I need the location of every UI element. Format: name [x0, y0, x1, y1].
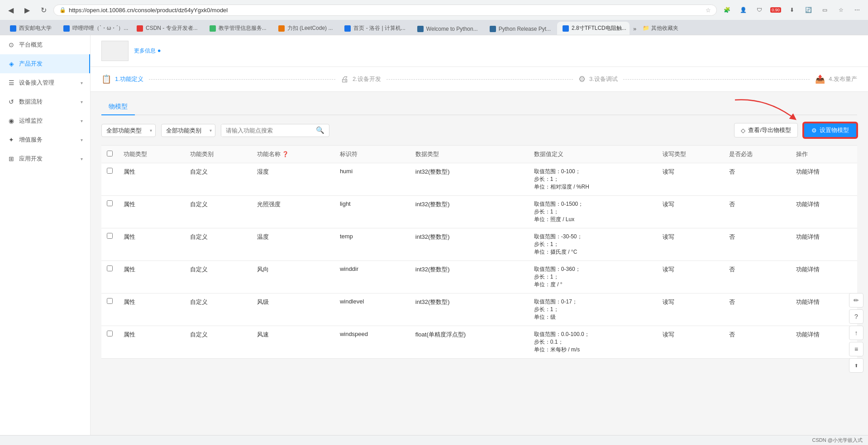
tab-tft-lcd[interactable]: 2.8寸TFTLCD电阻触... — [557, 22, 630, 35]
status-bar: CSDN @小光学嵌入式 — [0, 435, 868, 440]
tab-teach[interactable]: 教学管理信息服务... — [204, 22, 272, 35]
step3-label: 3.设备调试 — [589, 75, 618, 83]
row-checkbox[interactable] — [107, 200, 113, 206]
row-checkbox[interactable] — [107, 168, 113, 174]
row-func-category: 自定义 — [185, 163, 251, 196]
product-dev-icon: ◈ — [7, 60, 15, 67]
tab-label: 力扣 (LeetCode) ... — [287, 24, 333, 32]
row-data-type: int32(整数型) — [410, 163, 529, 196]
th-data-type: 数据类型 — [410, 146, 529, 163]
shield-button[interactable]: 🛡 — [753, 4, 766, 16]
table-row: 属性 自定义 风速 windspeed float(单精度浮点型) 取值范围：0… — [101, 326, 857, 359]
row-checkbox[interactable] — [107, 233, 113, 239]
th-action: 操作 — [791, 146, 857, 163]
scroll-up-float-button[interactable]: ↑ — [849, 326, 863, 340]
tab-luogu[interactable]: 首页 - 洛谷 | 计算机... — [339, 22, 410, 35]
select-all-checkbox[interactable] — [107, 151, 113, 156]
row-data-def: 取值范围：0-360； 步长：1； 单位：度 / ° — [529, 261, 657, 294]
row-checkbox[interactable] — [107, 298, 113, 304]
download-button[interactable]: ⬇ — [786, 4, 798, 16]
tab-bilibili[interactable]: 哔哩哔哩（`・ω・´）... — [58, 22, 130, 35]
row-required: 否 — [724, 261, 790, 294]
star-icon[interactable]: ☆ — [706, 7, 711, 14]
row-action[interactable]: 功能详情 — [791, 163, 857, 196]
sidebar-item-overview[interactable]: ⊙ 平台概览 — [0, 35, 90, 54]
tab-xiyou[interactable]: 西安邮电大学 — [5, 22, 57, 35]
row-action[interactable]: 功能详情 — [791, 294, 857, 326]
sidebar-item-ops-monitor[interactable]: ◉ 运维监控 ▾ — [0, 111, 90, 130]
back-button[interactable]: ◀ — [5, 4, 17, 16]
sidebar-button[interactable]: ▭ — [818, 4, 831, 16]
extensions-button[interactable]: 🧩 — [720, 4, 733, 16]
bookmarks-folder-button[interactable]: 📁 其他收藏夹 — [640, 22, 681, 35]
set-model-button[interactable]: ⚙ 设置物模型 — [803, 123, 857, 138]
forward-button[interactable]: ▶ — [21, 4, 33, 16]
bookmarks-button[interactable]: ☆ — [835, 4, 847, 16]
browser-toolbar: ◀ ▶ ↻ 🔒 ☆ 🧩 👤 🛡 0.90 ⬇ 🔄 ▭ ☆ ⋯ — [0, 0, 868, 20]
row-checkbox-cell — [101, 196, 118, 228]
chevron-icon: ▾ — [81, 99, 83, 104]
more-tabs-button[interactable]: » — [630, 23, 639, 35]
tab-python-release[interactable]: Python Release Pyt... — [484, 23, 556, 35]
row-checkbox[interactable] — [107, 331, 113, 336]
th-rw-type: 读写类型 — [657, 146, 724, 163]
row-func-name: 光照强度 — [252, 196, 334, 228]
row-action[interactable]: 功能详情 — [791, 326, 857, 359]
tab-label: 教学管理信息服务... — [219, 24, 267, 32]
sync-button[interactable]: 🔄 — [802, 4, 815, 16]
tab-csdn[interactable]: CSDN - 专业开发者... — [131, 22, 203, 35]
row-rw-type: 读写 — [657, 294, 724, 326]
address-input[interactable] — [69, 7, 703, 14]
step4-icon: 📤 — [815, 74, 825, 84]
sidebar-item-device-mgmt[interactable]: ☰ 设备接入管理 ▾ — [0, 73, 90, 92]
more-button[interactable]: ⋯ — [851, 4, 863, 16]
profile-button[interactable]: 👤 — [737, 4, 749, 16]
tab-favicon — [417, 26, 424, 32]
step-3-device-debug[interactable]: ⚙ 3.设备调试 — [578, 67, 618, 91]
info-bar-links: 更多信息 ● — [134, 47, 161, 55]
help-icon[interactable]: ❓ — [282, 151, 289, 157]
set-model-label: 设置物模型 — [820, 126, 849, 134]
sidebar: ⊙ 平台概览 ◈ 产品开发 ☰ 设备接入管理 ▾ ↺ 数据流转 ▾ ◉ 运维监控… — [0, 35, 91, 440]
row-action[interactable]: 功能详情 — [791, 228, 857, 261]
step-2-device-dev[interactable]: 🖨 2.设备开发 — [341, 67, 381, 91]
row-action[interactable]: 功能详情 — [791, 196, 857, 228]
sidebar-item-product-dev[interactable]: ◈ 产品开发 — [0, 54, 90, 73]
tab-python-welcome[interactable]: Welcome to Python... — [412, 23, 483, 35]
sidebar-item-app-dev[interactable]: ⊞ 应用开发 ▾ — [0, 149, 90, 168]
badge-button[interactable]: 0.90 — [769, 4, 782, 16]
sidebar-item-label: 运维监控 — [19, 117, 43, 125]
tab-thing-model[interactable]: 物模型 — [101, 99, 135, 115]
row-action[interactable]: 功能详情 — [791, 261, 857, 294]
step-4-publish[interactable]: 📤 4.发布量产 — [815, 67, 857, 91]
collapse-float-button[interactable]: ≡ — [849, 342, 863, 356]
sidebar-item-data-flow[interactable]: ↺ 数据流转 ▾ — [0, 92, 90, 111]
row-checkbox[interactable] — [107, 265, 113, 271]
more-info-link[interactable]: 更多信息 — [134, 47, 156, 54]
tab-leetcode[interactable]: 力扣 (LeetCode) ... — [273, 22, 339, 35]
filter-type-select[interactable]: 全部功能类型 — [101, 124, 156, 137]
view-model-button[interactable]: ◇ 查看/导出物模型 — [734, 123, 798, 137]
sidebar-item-value-added[interactable]: ✦ 增值服务 ▾ — [0, 130, 90, 149]
lock-icon: 🔒 — [59, 7, 66, 13]
step-1-func-def[interactable]: 📋 1.功能定义 — [101, 67, 143, 91]
filter-category-select[interactable]: 全部功能类别 — [161, 124, 215, 137]
refresh-button[interactable]: ↻ — [37, 4, 50, 16]
row-data-type: int32(整数型) — [410, 228, 529, 261]
row-data-type: int32(整数型) — [410, 294, 529, 326]
row-data-def: 取值范围：0.0-100.0； 步长：0.1； 单位：米每秒 / m/s — [529, 326, 657, 359]
table-wrapper: 功能类型 功能类别 功能名称 ❓ 标识符 数据类型 数据值定义 读写类型 是否必… — [101, 145, 857, 359]
status-text: CSDN @小光学嵌入式 — [812, 437, 863, 440]
sidebar-item-label: 增值服务 — [19, 136, 43, 144]
edit-float-button[interactable]: ✏ — [849, 293, 863, 308]
top-float-button[interactable]: ⬆ — [849, 358, 863, 373]
table-header-row: 功能类型 功能类别 功能名称 ❓ 标识符 数据类型 数据值定义 读写类型 是否必… — [101, 146, 857, 163]
search-input[interactable] — [221, 124, 311, 137]
steps-bar: 📋 1.功能定义 🖨 2.设备开发 ⚙ 3.设备调试 📤 4.发布量产 — [91, 67, 868, 92]
search-button[interactable]: 🔍 — [311, 126, 329, 134]
browser-tabs: 西安邮电大学 哔哩哔哩（`・ω・´）... CSDN - 专业开发者... 教学… — [0, 20, 868, 35]
row-identifier: humi — [334, 163, 410, 196]
content-tab-bar: 物模型 — [101, 99, 857, 115]
step2-icon: 🖨 — [341, 75, 349, 84]
help-float-button[interactable]: ? — [849, 309, 863, 324]
